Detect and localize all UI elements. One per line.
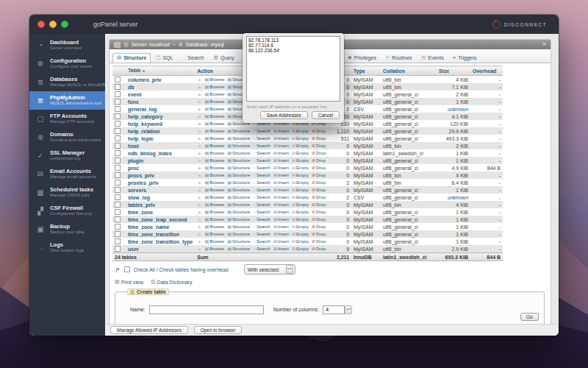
columns-stepper[interactable]: ▲▼ — [345, 305, 352, 314]
insert-link[interactable]: ⊞Insert — [273, 158, 289, 163]
sidebar-item-ssl-manager[interactable]: ✓SSL ManagerLetsencrypt.org — [29, 146, 105, 165]
table-name-link[interactable]: plugin — [128, 158, 143, 163]
empty-link[interactable]: ⊟Empty — [292, 232, 309, 236]
open-in-browser-button[interactable]: Open in browser — [194, 326, 243, 334]
empty-link[interactable]: ⊟Empty — [292, 136, 309, 141]
row-checkbox[interactable] — [115, 202, 121, 208]
insert-link[interactable]: ⊞Insert — [273, 224, 289, 229]
zoom-window-button[interactable] — [61, 21, 68, 28]
browse-link[interactable]: ▤Browse — [205, 247, 225, 251]
save-addresses-button[interactable]: Save Addresses — [260, 111, 308, 119]
sidebar-item-email-accounts[interactable]: ✉Email AccountsManage email accounts — [29, 165, 105, 183]
search-link[interactable]: ◌Search — [253, 144, 270, 148]
table-name-link[interactable]: time_zone_transition_type — [128, 239, 193, 244]
row-checkbox[interactable] — [115, 172, 121, 178]
table-name-link[interactable]: time_zone_transition — [128, 232, 179, 237]
row-checkbox[interactable] — [115, 77, 121, 82]
sidebar-item-logs[interactable]: →LogsView system logs — [29, 238, 105, 257]
structure-link[interactable]: ▤Structure — [227, 210, 250, 214]
search-link[interactable]: ◌Search — [253, 173, 270, 177]
table-name-link[interactable]: func — [128, 99, 139, 105]
drop-link[interactable]: ⊘Drop — [312, 195, 326, 199]
favorite-star-icon[interactable]: ★ — [197, 158, 201, 163]
browse-link[interactable]: ▤Browse — [205, 232, 225, 236]
ip-addresses-textarea[interactable]: 82.78.178.113 82.77.114.6 86.122.236.54 — [246, 36, 340, 102]
favorite-star-icon[interactable]: ★ — [197, 92, 201, 97]
favorite-star-icon[interactable]: ★ — [197, 121, 201, 127]
favorite-star-icon[interactable]: ★ — [197, 232, 201, 237]
table-name-link[interactable]: help_relation — [128, 129, 160, 134]
browse-link[interactable]: ▤Browse — [205, 173, 225, 177]
drop-link[interactable]: ⊘Drop — [312, 210, 326, 214]
structure-link[interactable]: ▤Structure — [227, 180, 250, 185]
breadcrumb-database[interactable]: Database: mysql — [186, 42, 224, 47]
table-name-link[interactable]: proxies_priv — [128, 180, 159, 185]
browse-link[interactable]: ▤Browse — [205, 77, 225, 82]
row-checkbox[interactable] — [115, 216, 121, 222]
minimize-window-button[interactable] — [49, 21, 57, 28]
browse-link[interactable]: ▤Browse — [205, 151, 225, 155]
table-name-link[interactable]: event — [128, 92, 141, 97]
structure-link[interactable]: ▤Structure — [227, 239, 250, 244]
with-selected-dropdown[interactable]: With selected: ▲▼ — [244, 264, 295, 275]
row-checkbox[interactable] — [115, 91, 121, 97]
browse-link[interactable]: ▤Browse — [205, 121, 225, 126]
search-link[interactable]: ◌Search — [253, 136, 270, 141]
favorite-star-icon[interactable]: ★ — [197, 217, 201, 222]
insert-link[interactable]: ⊞Insert — [273, 202, 289, 207]
empty-link[interactable]: ⊟Empty — [292, 195, 309, 199]
structure-link[interactable]: ▤Structure — [227, 232, 250, 236]
drop-link[interactable]: ⊘Drop — [312, 224, 326, 229]
browse-link[interactable]: ▤Browse — [205, 107, 225, 111]
empty-link[interactable]: ⊟Empty — [292, 202, 309, 207]
favorite-star-icon[interactable]: ★ — [197, 144, 201, 149]
table-name-link[interactable]: procs_priv — [128, 173, 154, 178]
table-name-link[interactable]: user — [128, 247, 139, 252]
search-link[interactable]: ◌Search — [253, 158, 270, 163]
cancel-button[interactable]: Cancel — [312, 111, 340, 119]
table-name-link[interactable]: ndb_binlog_index — [128, 151, 172, 156]
menu-icon[interactable]: → — [114, 42, 121, 48]
favorite-star-icon[interactable]: ★ — [197, 99, 201, 105]
print-view-link[interactable]: ▤ Print view — [115, 279, 143, 285]
drop-link[interactable]: ⊘Drop — [312, 232, 326, 236]
favorite-star-icon[interactable]: ★ — [197, 195, 201, 200]
search-link[interactable]: ◌Search — [253, 239, 270, 244]
sidebar-item-domains[interactable]: ⊕DomainsDomains and subdomains — [29, 128, 105, 146]
tab-sql[interactable]: ▢SQL — [151, 53, 177, 63]
favorite-star-icon[interactable]: ★ — [197, 173, 201, 178]
row-checkbox[interactable] — [115, 113, 121, 119]
structure-link[interactable]: ▤Structure — [227, 224, 250, 229]
browse-link[interactable]: ▤Browse — [205, 188, 225, 192]
favorite-star-icon[interactable]: ★ — [197, 180, 201, 185]
empty-link[interactable]: ⊟Empty — [292, 158, 309, 163]
favorite-star-icon[interactable]: ★ — [197, 188, 201, 193]
search-link[interactable]: ◌Search — [253, 188, 270, 192]
drop-link[interactable]: ⊘Drop — [312, 158, 326, 163]
search-link[interactable]: ◌Search — [253, 151, 270, 155]
close-window-button[interactable] — [37, 21, 45, 28]
row-checkbox[interactable] — [115, 128, 121, 134]
browse-link[interactable]: ▤Browse — [205, 239, 225, 244]
table-name-link[interactable]: proc — [128, 166, 139, 171]
tab-routines[interactable]: ◇Routines — [381, 53, 417, 63]
table-name-link[interactable]: time_zone_leap_second — [128, 217, 187, 222]
check-all-checkbox[interactable] — [124, 266, 130, 272]
table-name-link[interactable]: slow_log — [128, 195, 150, 200]
browse-link[interactable]: ▤Browse — [205, 99, 225, 104]
search-link[interactable]: ◌Search — [253, 247, 270, 251]
row-checkbox[interactable] — [115, 121, 121, 127]
table-name-link[interactable]: help_category — [128, 114, 162, 119]
empty-link[interactable]: ⊟Empty — [292, 217, 309, 222]
browse-link[interactable]: ▤Browse — [205, 114, 225, 118]
empty-link[interactable]: ⊟Empty — [292, 129, 309, 133]
row-checkbox[interactable] — [115, 106, 121, 112]
favorite-star-icon[interactable]: ★ — [197, 136, 201, 141]
disconnect-button[interactable]: DISCONNECT — [492, 21, 547, 29]
insert-link[interactable]: ⊞Insert — [273, 166, 289, 170]
sidebar-item-backup[interactable]: ▣BackupBackup your data — [29, 220, 105, 238]
empty-link[interactable]: ⊟Empty — [292, 180, 309, 185]
data-dictionary-link[interactable]: ▥ Data Dictionary — [151, 279, 192, 285]
sidebar-item-ftp-accounts[interactable]: ▢FTP AccountsManage FTP accounts — [29, 110, 105, 128]
row-checkbox[interactable] — [115, 246, 121, 252]
